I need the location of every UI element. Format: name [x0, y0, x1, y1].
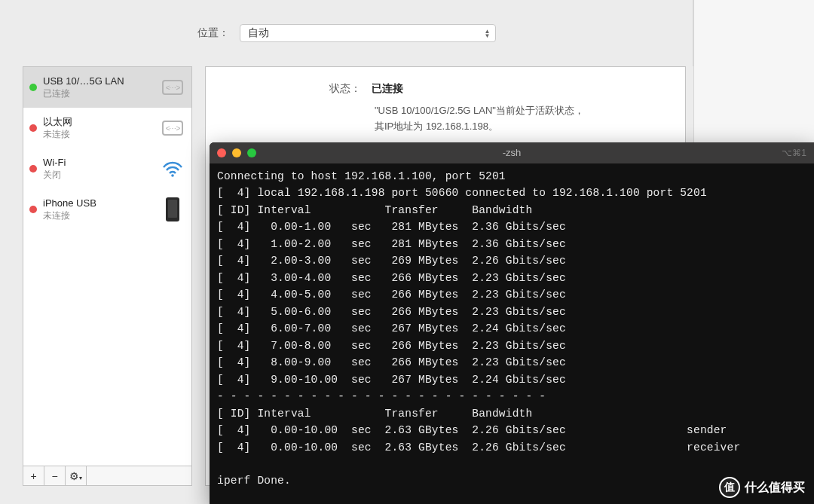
sidebar-item-sub: 已连接 — [43, 88, 154, 100]
wifi-icon — [160, 156, 185, 182]
add-button[interactable]: + — [23, 466, 44, 485]
iphone-icon — [160, 197, 185, 222]
sidebar-item-sub: 关闭 — [43, 170, 154, 182]
watermark-text: 什么值得买 — [745, 480, 805, 496]
network-interface-list: USB 10/…5G LAN已连接以太网未连接Wi-Fi关闭iPhone USB… — [23, 67, 191, 466]
status-dot-icon — [29, 124, 37, 132]
sidebar-item-3[interactable]: iPhone USB未连接 — [23, 189, 191, 230]
status-dot-icon — [29, 206, 37, 213]
sidebar-item-text: USB 10/…5G LAN已连接 — [43, 75, 154, 99]
watermark: 值 什么值得买 — [719, 477, 805, 498]
sidebar-item-1[interactable]: 以太网未连接 — [23, 108, 191, 148]
gear-icon: ⚙︎▾ — [69, 470, 82, 482]
sidebar-item-title: Wi-Fi — [43, 157, 154, 170]
terminal-shortcut-hint: ⌥⌘1 — [782, 146, 806, 160]
status-desc-line: "USB 10/100/1G/2.5G LAN"当前处于活跃状态， — [375, 103, 667, 119]
chevron-up-down-icon: ▲▼ — [485, 29, 491, 38]
location-select[interactable]: 自动 ▲▼ — [240, 24, 496, 42]
sidebar-item-title: USB 10/…5G LAN — [43, 75, 154, 88]
sidebar-item-2[interactable]: Wi-Fi关闭 — [23, 148, 191, 189]
sidebar-footer: + − ⚙︎▾ — [23, 466, 191, 485]
ethernet-icon — [160, 75, 185, 100]
terminal-window[interactable]: -zsh ⌥⌘1 Connecting to host 192.168.1.10… — [210, 142, 814, 504]
svg-point-0 — [171, 174, 174, 177]
sidebar-item-0[interactable]: USB 10/…5G LAN已连接 — [23, 67, 191, 108]
terminal-body[interactable]: Connecting to host 192.168.1.100, port 5… — [210, 163, 814, 494]
status-label: 状态： — [329, 82, 361, 96]
sidebar-item-text: 以太网未连接 — [43, 116, 154, 140]
settings-button[interactable]: ⚙︎▾ — [66, 466, 87, 485]
terminal-title: -zsh — [210, 145, 814, 160]
sidebar-item-sub: 未连接 — [43, 129, 154, 141]
watermark-badge: 值 — [719, 477, 740, 498]
location-value: 自动 — [248, 26, 269, 40]
remove-button[interactable]: − — [44, 466, 66, 485]
ethernet-icon — [160, 115, 185, 141]
sidebar-item-title: 以太网 — [43, 116, 154, 129]
sidebar-item-title: iPhone USB — [43, 197, 154, 210]
location-bar: 位置： 自动 ▲▼ — [0, 0, 693, 66]
status-desc-line: 其IP地址为 192.168.1.198。 — [375, 119, 667, 135]
plus-icon: + — [30, 470, 36, 482]
sidebar-item-sub: 未连接 — [43, 210, 154, 222]
minus-icon: − — [51, 470, 57, 482]
sidebar-item-text: iPhone USB未连接 — [43, 197, 154, 221]
network-sidebar: USB 10/…5G LAN已连接以太网未连接Wi-Fi关闭iPhone USB… — [23, 66, 192, 486]
sidebar-item-text: Wi-Fi关闭 — [43, 157, 154, 181]
location-label: 位置： — [197, 26, 229, 40]
terminal-titlebar[interactable]: -zsh ⌥⌘1 — [210, 142, 814, 163]
status-value: 已连接 — [372, 82, 403, 96]
status-dot-icon — [29, 165, 37, 173]
status-description: "USB 10/100/1G/2.5G LAN"当前处于活跃状态， 其IP地址为… — [375, 103, 667, 135]
status-dot-icon — [29, 84, 37, 91]
